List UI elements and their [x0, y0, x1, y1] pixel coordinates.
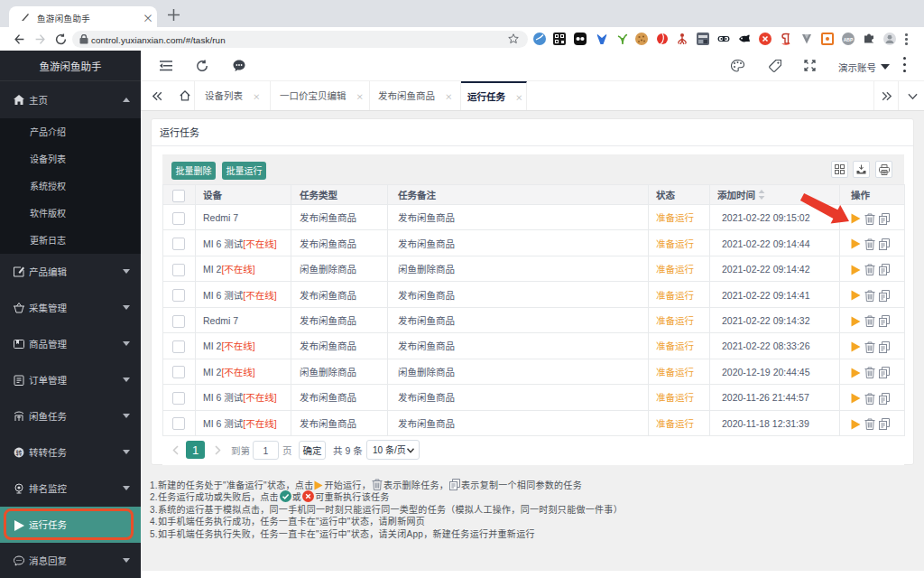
svg-text:转: 转: [16, 448, 23, 457]
svg-text:ABP: ABP: [844, 37, 854, 42]
